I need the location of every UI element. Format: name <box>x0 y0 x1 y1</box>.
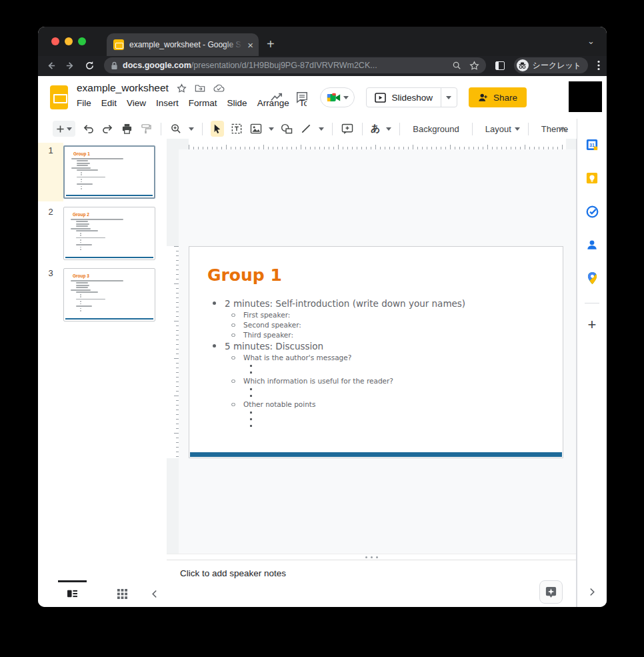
menu-item[interactable]: File <box>77 98 91 108</box>
insert-image-icon[interactable] <box>249 121 263 137</box>
menu-item[interactable]: Edit <box>101 98 117 108</box>
text-box-icon[interactable] <box>230 121 243 137</box>
bullet-line[interactable] <box>189 416 563 422</box>
menu-item[interactable]: Slide <box>227 98 247 108</box>
new-slide-button[interactable] <box>53 121 75 137</box>
slide-thumbnail-row[interactable]: 3 Group 3 <box>38 268 167 321</box>
star-document-icon[interactable] <box>177 83 187 93</box>
bullet-line[interactable]: Other notable points <box>189 399 563 409</box>
side-panel-icon[interactable] <box>495 61 505 70</box>
slide-thumbnail-row[interactable]: 1 Group 1 <box>38 145 167 199</box>
zoom-caret[interactable] <box>189 127 194 131</box>
grid-view-button[interactable] <box>97 580 147 607</box>
bullet-line[interactable]: First speaker: <box>189 309 563 319</box>
bullet-line[interactable] <box>189 386 563 392</box>
zoom-button[interactable] <box>169 121 183 137</box>
speaker-notes-panel[interactable]: Click to add speaker notes <box>167 560 576 607</box>
image-caret[interactable] <box>269 127 274 131</box>
address-bar[interactable]: docs.google.com /presentation/d/1H9Bbuj9… <box>104 57 486 73</box>
zoom-window-button[interactable] <box>78 37 86 45</box>
move-to-folder-icon[interactable] <box>195 83 205 93</box>
meet-call-button[interactable] <box>320 87 355 107</box>
forward-icon[interactable] <box>65 61 75 71</box>
bullet-line[interactable]: Which information is useful for the read… <box>189 376 563 386</box>
browser-tab[interactable]: example_worksheet - Google S × <box>107 33 259 56</box>
menu-item[interactable]: Insert <box>156 98 179 108</box>
bullet-line[interactable] <box>189 362 563 369</box>
slideshow-dropdown[interactable] <box>441 88 457 107</box>
document-title[interactable]: example_worksheet <box>77 82 169 94</box>
bullet-line[interactable] <box>189 409 563 416</box>
explore-button[interactable] <box>539 580 563 604</box>
browser-menu-icon[interactable] <box>597 60 600 71</box>
bullet-line[interactable] <box>189 369 563 376</box>
bullet-line[interactable]: What is the author's message? <box>189 352 563 362</box>
bullet-line[interactable]: 5 minutes: Discussion <box>189 340 563 352</box>
hide-menus-chevron-icon[interactable] <box>559 126 567 132</box>
bookmark-star-icon[interactable] <box>469 61 479 71</box>
insert-shape-icon[interactable] <box>280 121 293 137</box>
paint-format-icon[interactable] <box>139 121 153 137</box>
slide-thumbnail-row[interactable]: 2 Group 2 <box>38 207 167 260</box>
insert-comment-icon[interactable] <box>341 121 354 137</box>
notes-resize-handle[interactable] <box>167 554 576 560</box>
tab-close-icon[interactable]: × <box>247 40 253 50</box>
activity-trend-icon[interactable] <box>269 91 284 103</box>
filmstrip-view-button[interactable] <box>47 580 97 607</box>
tasks-icon[interactable] <box>577 195 607 228</box>
layout-button[interactable]: Layout <box>481 124 520 134</box>
slide-thumbnail[interactable]: Group 1 <box>63 145 155 199</box>
tab-search-chevron-icon[interactable]: ⌄ <box>587 36 595 46</box>
slide-canvas[interactable]: Group 1 2 minutes: Self-introduction (wr… <box>167 149 576 554</box>
calendar-icon[interactable]: 31 <box>577 128 607 161</box>
maps-icon[interactable] <box>577 261 607 295</box>
hide-side-panel-chevron-icon[interactable] <box>589 588 595 596</box>
slides-logo-icon[interactable] <box>50 85 68 109</box>
bullet-line[interactable] <box>189 422 563 429</box>
get-addons-button[interactable]: + <box>588 311 597 338</box>
bullet-line[interactable] <box>189 392 563 399</box>
bullet-line[interactable]: Second speaker: <box>189 319 563 330</box>
line-caret[interactable] <box>319 127 324 131</box>
comments-icon[interactable] <box>295 91 309 104</box>
background-button[interactable]: Background <box>408 124 463 134</box>
reload-icon[interactable] <box>85 61 95 71</box>
cloud-saved-icon[interactable] <box>213 84 225 93</box>
menu-item[interactable]: Format <box>189 98 217 108</box>
horizontal-ruler <box>189 139 566 149</box>
new-slide-caret[interactable] <box>67 127 72 131</box>
slide-thumbnail[interactable]: Group 2 <box>63 207 155 260</box>
redo-icon[interactable] <box>101 121 114 137</box>
slide-title[interactable]: Group 1 <box>207 265 563 285</box>
input-tools-icon[interactable]: あ <box>371 123 380 135</box>
input-tools-caret[interactable] <box>386 127 391 131</box>
lock-icon <box>111 61 118 70</box>
keep-icon[interactable] <box>577 161 607 195</box>
bullet-line[interactable]: Third speaker: <box>189 330 563 340</box>
back-icon[interactable] <box>46 61 56 71</box>
close-window-button[interactable] <box>51 37 59 45</box>
speaker-notes-placeholder[interactable]: Click to add speaker notes <box>180 568 286 578</box>
current-slide[interactable]: Group 1 2 minutes: Self-introduction (wr… <box>189 246 563 458</box>
workspace-side-panel: 31 + <box>577 119 607 607</box>
bullet-line[interactable]: 2 minutes: Self-introduction (write down… <box>189 297 563 309</box>
account-avatar[interactable] <box>569 81 602 112</box>
select-tool-button[interactable] <box>211 121 224 137</box>
slide-filmstrip: 1 Group 1 <box>38 139 167 607</box>
theme-button[interactable]: Theme <box>537 124 573 134</box>
slide-thumbnail[interactable]: Group 3 <box>63 268 155 321</box>
print-icon[interactable] <box>120 121 133 137</box>
contacts-icon[interactable] <box>577 228 607 261</box>
menu-item[interactable]: View <box>127 98 146 108</box>
search-icon[interactable] <box>452 61 461 70</box>
slide-number: 1 <box>38 143 63 201</box>
meet-dropdown-caret[interactable] <box>343 96 349 99</box>
collapse-filmstrip-chevron-icon[interactable] <box>151 590 157 598</box>
minimize-window-button[interactable] <box>65 37 73 45</box>
new-tab-button[interactable]: + <box>267 37 275 51</box>
slideshow-button[interactable]: Slideshow <box>366 87 457 107</box>
undo-icon[interactable] <box>81 121 95 137</box>
share-button[interactable]: Share <box>469 87 527 107</box>
slide-body-text[interactable]: 2 minutes: Self-introduction (write down… <box>189 297 563 429</box>
insert-line-icon[interactable] <box>299 121 313 137</box>
